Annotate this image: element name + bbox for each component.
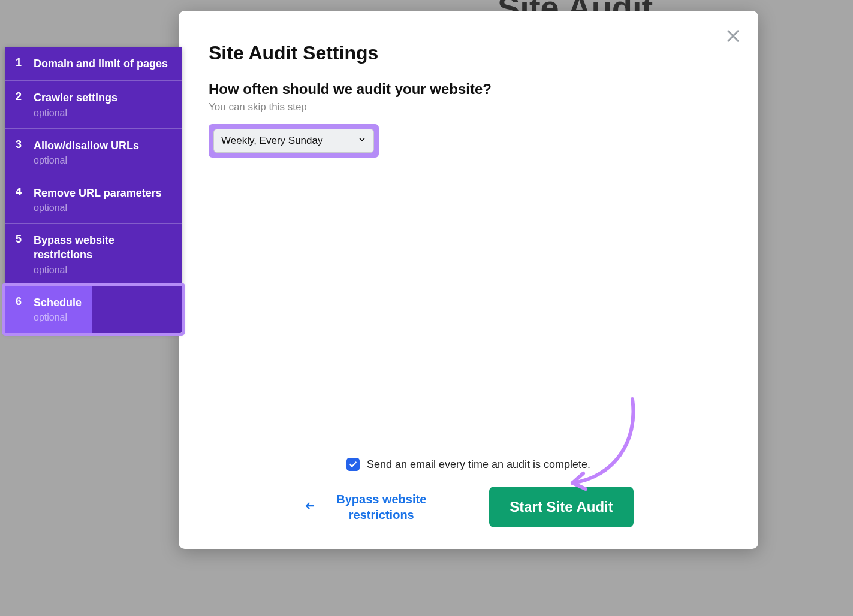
- email-notify-label: Send an email every time an audit is com…: [367, 458, 590, 471]
- schedule-question: How often should we audit your website?: [209, 81, 728, 98]
- step-number: 3: [16, 138, 34, 151]
- site-audit-settings-modal: Site Audit Settings How often should we …: [179, 11, 758, 549]
- close-button[interactable]: [725, 28, 742, 44]
- step-number: 6: [16, 295, 34, 308]
- step-optional-label: optional: [34, 203, 171, 213]
- step-title: Domain and limit of pages: [34, 56, 171, 71]
- modal-footer: Send an email every time an audit is com…: [179, 458, 758, 527]
- start-site-audit-button[interactable]: Start Site Audit: [489, 487, 633, 527]
- step-allow-disallow-urls[interactable]: 3 Allow/disallow URLs optional: [5, 129, 182, 176]
- step-optional-label: optional: [34, 108, 171, 119]
- step-number: 2: [16, 90, 34, 103]
- modal-title: Site Audit Settings: [209, 42, 728, 64]
- schedule-select-highlight: Weekly, Every Sunday: [209, 124, 379, 158]
- check-icon: [349, 460, 357, 469]
- step-number: 1: [16, 56, 34, 69]
- wizard-steps-sidebar: 1 Domain and limit of pages 2 Crawler se…: [5, 47, 182, 333]
- step-number: 4: [16, 186, 34, 198]
- email-notify-row: Send an email every time an audit is com…: [209, 458, 728, 471]
- chevron-down-icon: [358, 135, 366, 147]
- back-link-label: Bypass website restrictions: [327, 491, 435, 523]
- step-optional-label: optional: [34, 265, 171, 276]
- step-title: Crawler settings: [34, 90, 171, 105]
- schedule-frequency-select[interactable]: Weekly, Every Sunday: [213, 129, 374, 153]
- schedule-subtitle: You can skip this step: [209, 101, 728, 113]
- step-schedule[interactable]: 6 Schedule optional: [2, 283, 185, 336]
- step-title: Remove URL parameters: [34, 186, 171, 200]
- arrow-left-icon: [303, 499, 317, 516]
- step-optional-label: optional: [34, 312, 82, 323]
- step-title: Bypass website restrictions: [34, 233, 171, 262]
- close-icon: [725, 28, 742, 44]
- step-crawler-settings[interactable]: 2 Crawler settings optional: [5, 81, 182, 128]
- schedule-frequency-value: Weekly, Every Sunday: [221, 135, 322, 147]
- step-title: Schedule: [34, 295, 82, 310]
- step-title: Allow/disallow URLs: [34, 138, 171, 153]
- step-bypass-restrictions[interactable]: 5 Bypass website restrictions optional: [5, 224, 182, 286]
- back-link-bypass-restrictions[interactable]: Bypass website restrictions: [303, 491, 435, 523]
- step-optional-label: optional: [34, 155, 171, 166]
- step-remove-url-parameters[interactable]: 4 Remove URL parameters optional: [5, 176, 182, 224]
- email-notify-checkbox[interactable]: [346, 458, 360, 471]
- step-number: 5: [16, 233, 34, 246]
- step-domain-and-limit[interactable]: 1 Domain and limit of pages: [5, 47, 182, 81]
